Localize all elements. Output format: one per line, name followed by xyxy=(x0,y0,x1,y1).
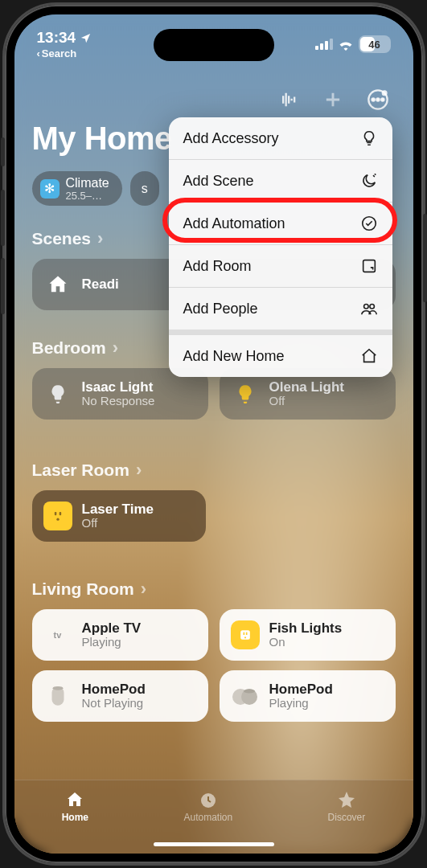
tile-sub: Playing xyxy=(82,636,142,649)
wifi-icon xyxy=(338,39,354,51)
people-icon xyxy=(360,300,378,317)
menu-label: Add Automation xyxy=(183,215,285,232)
silence-switch[interactable] xyxy=(1,137,5,166)
tile-title: HomePod xyxy=(82,682,146,698)
svg-rect-13 xyxy=(243,633,244,635)
tile-title: Laser Time xyxy=(82,502,154,518)
volume-up-button[interactable] xyxy=(1,190,5,246)
moon-icon xyxy=(360,172,378,190)
tile-title: Isaac Light xyxy=(82,380,155,395)
tile-sub: Off xyxy=(269,395,345,408)
other-chip[interactable]: s xyxy=(130,171,159,206)
bulb-off-icon xyxy=(43,379,72,408)
house-icon xyxy=(43,270,72,299)
climate-sub: 25.5–… xyxy=(66,190,109,201)
svg-rect-2 xyxy=(325,41,328,50)
section-laser[interactable]: Laser Room xyxy=(32,460,396,481)
tile-sub: Not Playing xyxy=(82,697,146,710)
svg-rect-3 xyxy=(330,39,333,50)
battery-percent: 46 xyxy=(368,39,380,51)
tile-sub: Playing xyxy=(269,697,333,710)
bulb-icon xyxy=(360,129,378,147)
living-title: Living Room xyxy=(32,579,134,599)
scenes-title: Scenes xyxy=(32,229,92,248)
location-icon xyxy=(80,32,92,44)
more-icon[interactable] xyxy=(367,88,389,111)
laser-title: Laser Room xyxy=(32,461,129,480)
back-label: Search xyxy=(42,47,76,59)
add-icon[interactable] xyxy=(322,88,344,111)
other-chip-label: s xyxy=(142,182,148,196)
accessory-tile-homepod2[interactable]: HomePod Playing xyxy=(220,670,396,722)
homepod-pair-icon xyxy=(231,682,260,710)
svg-point-7 xyxy=(381,98,384,100)
bedroom-title: Bedroom xyxy=(32,338,106,358)
outlet-on-icon xyxy=(231,620,260,649)
svg-point-11 xyxy=(56,518,59,521)
svg-rect-0 xyxy=(315,46,318,50)
svg-point-20 xyxy=(244,690,255,694)
section-living[interactable]: Living Room xyxy=(32,579,396,600)
fan-icon: ✻ xyxy=(40,179,60,199)
tile-sub: No Response xyxy=(82,395,155,408)
svg-point-8 xyxy=(381,90,387,96)
tile-sub: On xyxy=(269,636,343,649)
svg-point-6 xyxy=(376,98,379,100)
climate-label: Climate xyxy=(66,176,109,190)
home-icon xyxy=(360,347,378,365)
tile-title: Fish Lights xyxy=(269,621,343,637)
accessory-tile-fish[interactable]: Fish Lights On xyxy=(220,609,396,661)
room-icon xyxy=(360,257,378,275)
svg-rect-9 xyxy=(54,512,56,515)
menu-label: Add Accessory xyxy=(183,130,279,147)
menu-label: Add Room xyxy=(183,258,252,275)
accessory-tile-laser[interactable]: Laser Time Off xyxy=(32,490,207,542)
menu-add-automation[interactable]: Add Automation xyxy=(169,203,392,245)
svg-point-24 xyxy=(369,305,374,309)
battery-indicator: 46 xyxy=(359,35,391,53)
menu-add-home[interactable]: Add New Home xyxy=(169,335,392,377)
menu-add-accessory[interactable]: Add Accessory xyxy=(169,117,392,160)
screen: 13:34 ‹ Search 46 xyxy=(14,14,413,854)
menu-separator xyxy=(169,330,392,335)
svg-point-15 xyxy=(244,637,245,639)
climate-chip[interactable]: ✻ Climate 25.5–… xyxy=(32,171,122,206)
back-to-search[interactable]: ‹ Search xyxy=(37,47,92,59)
svg-point-5 xyxy=(372,98,374,100)
intercom-icon[interactable] xyxy=(277,88,299,111)
phone-frame: 13:34 ‹ Search 46 xyxy=(5,5,423,863)
menu-label: Add Scene xyxy=(183,173,254,190)
outlet-icon xyxy=(43,502,72,530)
status-time: 13:34 xyxy=(37,29,76,47)
scene-title: Readi xyxy=(82,277,119,293)
accessory-tile-homepod1[interactable]: HomePod Not Playing xyxy=(32,670,208,722)
menu-label: Add New Home xyxy=(183,348,285,365)
power-button[interactable] xyxy=(423,214,427,302)
svg-point-17 xyxy=(52,686,63,690)
cellular-icon xyxy=(315,39,333,50)
chevron-left-icon: ‹ xyxy=(37,47,40,59)
svg-rect-1 xyxy=(320,43,323,50)
svg-rect-14 xyxy=(245,633,247,635)
clock-check-icon xyxy=(360,215,378,232)
svg-point-23 xyxy=(363,305,368,309)
add-menu: Add Accessory Add Scene Add Automation A… xyxy=(169,117,392,377)
tile-title: Apple TV xyxy=(82,621,142,637)
bulb-on-icon xyxy=(231,379,260,408)
tile-sub: Off xyxy=(82,517,154,530)
appletv-icon: tv xyxy=(43,620,72,649)
menu-label: Add People xyxy=(183,301,258,317)
svg-rect-10 xyxy=(59,512,61,515)
homepod-icon xyxy=(43,682,72,710)
menu-add-scene[interactable]: Add Scene xyxy=(169,160,392,203)
svg-rect-22 xyxy=(363,260,375,272)
tile-title: Olena Light xyxy=(269,380,345,395)
dynamic-island xyxy=(154,29,274,61)
menu-add-people[interactable]: Add People xyxy=(169,288,392,330)
menu-add-room[interactable]: Add Room xyxy=(169,245,392,288)
tile-title: HomePod xyxy=(269,682,333,698)
accessory-tile-appletv[interactable]: tv Apple TV Playing xyxy=(32,609,208,661)
volume-down-button[interactable] xyxy=(1,258,5,314)
